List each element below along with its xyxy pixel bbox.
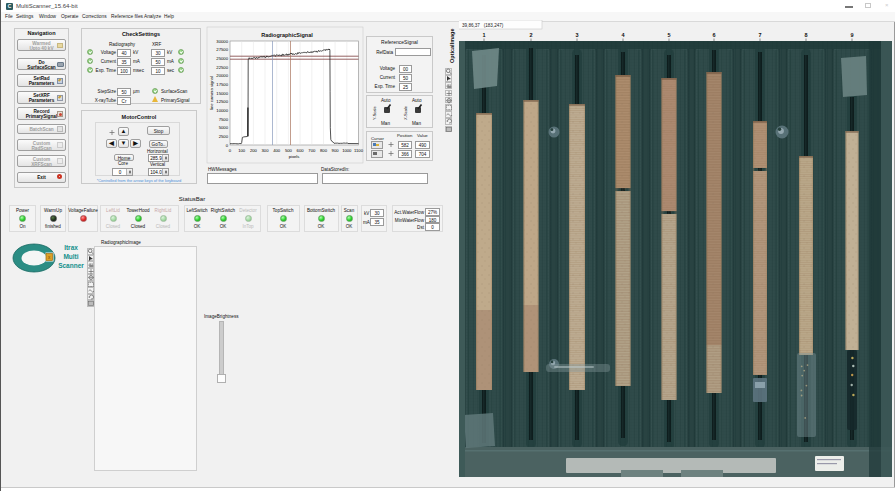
svg-text:27500: 27500 [216,47,228,52]
svg-text:5000: 5000 [219,125,229,130]
svg-text:500: 500 [285,148,293,153]
svg-text:200: 200 [250,148,258,153]
svg-text:5: 5 [667,32,670,38]
svg-text:Scanner: Scanner [58,262,84,269]
svg-text:1100: 1100 [354,148,364,153]
svg-text:3: 3 [575,32,578,38]
svg-text:Multi: Multi [63,253,78,260]
svg-text:line camera signal: line camera signal [209,76,214,110]
svg-text:pixels: pixels [289,154,300,159]
svg-text:RadiographicSignal: RadiographicSignal [261,32,313,38]
svg-text:900: 900 [332,148,340,153]
svg-text:12500: 12500 [216,99,228,104]
svg-text:400: 400 [273,148,281,153]
svg-text:300: 300 [262,148,270,153]
svg-text:700: 700 [308,148,316,153]
svg-text:6: 6 [712,32,715,38]
svg-text:20000: 20000 [216,73,228,78]
svg-text:800: 800 [320,148,328,153]
svg-text:Itrax: Itrax [64,244,78,251]
svg-text:22500: 22500 [216,65,228,70]
svg-text:600: 600 [297,148,305,153]
svg-text:8: 8 [804,32,807,38]
svg-text:2: 2 [529,32,532,38]
svg-text:7: 7 [758,32,761,38]
svg-text:30000: 30000 [216,39,228,44]
svg-text:25000: 25000 [216,56,228,61]
svg-text:7500: 7500 [219,117,229,122]
svg-text:100: 100 [238,148,246,153]
svg-text:39,86,37 (183,247): 39,86,37 (183,247) [462,23,504,28]
svg-text:15000: 15000 [216,91,228,96]
svg-text:10000: 10000 [216,108,228,113]
svg-text:9: 9 [850,32,853,38]
svg-text:4: 4 [621,32,625,38]
svg-text:2500: 2500 [219,134,229,139]
svg-text:1: 1 [482,32,485,38]
svg-text:1000: 1000 [342,148,352,153]
svg-text:17500: 17500 [216,82,228,87]
